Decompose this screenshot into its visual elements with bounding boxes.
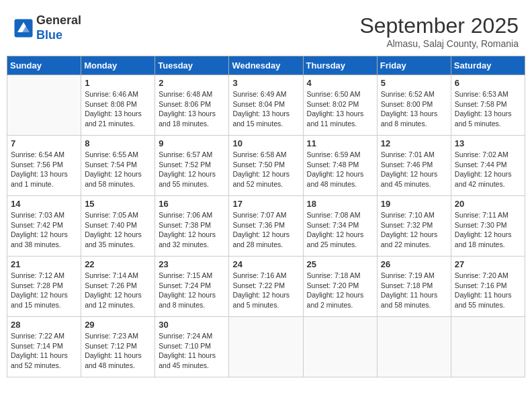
day-number: 19: [381, 199, 447, 209]
calendar-cell: 16Sunrise: 7:06 AM Sunset: 7:38 PM Dayli…: [155, 196, 229, 257]
day-number: 16: [159, 199, 225, 209]
day-info: Sunrise: 7:01 AM Sunset: 7:46 PM Dayligh…: [381, 150, 447, 189]
title-area: September 2025 Almasu, Salaj County, Rom…: [359, 13, 519, 49]
calendar-cell: 14Sunrise: 7:03 AM Sunset: 7:42 PM Dayli…: [7, 196, 81, 257]
calendar-cell: 3Sunrise: 6:49 AM Sunset: 8:04 PM Daylig…: [229, 75, 303, 136]
calendar-cell: 29Sunrise: 7:23 AM Sunset: 7:12 PM Dayli…: [81, 317, 155, 377]
day-number: 20: [455, 199, 521, 209]
day-info: Sunrise: 7:12 AM Sunset: 7:28 PM Dayligh…: [11, 271, 77, 310]
day-number: 29: [85, 320, 151, 330]
day-info: Sunrise: 6:58 AM Sunset: 7:50 PM Dayligh…: [232, 150, 299, 189]
day-number: 6: [455, 78, 521, 88]
calendar-cell: 8Sunrise: 6:55 AM Sunset: 7:54 PM Daylig…: [81, 136, 155, 196]
calendar-cell: 18Sunrise: 7:08 AM Sunset: 7:34 PM Dayli…: [303, 196, 377, 257]
day-number: 7: [11, 138, 77, 148]
calendar-header-wednesday: Wednesday: [229, 56, 303, 75]
day-info: Sunrise: 6:49 AM Sunset: 8:04 PM Dayligh…: [232, 89, 299, 129]
calendar-cell: 6Sunrise: 6:53 AM Sunset: 7:58 PM Daylig…: [451, 75, 525, 136]
day-number: 10: [232, 138, 299, 148]
day-number: 30: [159, 320, 225, 330]
calendar-cell: 26Sunrise: 7:19 AM Sunset: 7:18 PM Dayli…: [377, 257, 451, 317]
calendar-header-sunday: Sunday: [7, 56, 81, 75]
calendar-week-row: 28Sunrise: 7:22 AM Sunset: 7:14 PM Dayli…: [7, 317, 525, 377]
day-info: Sunrise: 7:06 AM Sunset: 7:38 PM Dayligh…: [159, 210, 225, 250]
day-number: 28: [11, 320, 77, 330]
calendar-header-thursday: Thursday: [303, 56, 377, 75]
day-number: 12: [381, 138, 447, 148]
day-info: Sunrise: 6:54 AM Sunset: 7:56 PM Dayligh…: [11, 150, 77, 189]
calendar-cell: 2Sunrise: 6:48 AM Sunset: 8:06 PM Daylig…: [155, 75, 229, 136]
day-info: Sunrise: 7:16 AM Sunset: 7:22 PM Dayligh…: [232, 271, 299, 310]
day-number: 9: [159, 138, 225, 148]
logo-icon: [13, 18, 34, 38]
day-number: 11: [307, 138, 373, 148]
calendar-week-row: 1Sunrise: 6:46 AM Sunset: 8:08 PM Daylig…: [7, 75, 525, 136]
month-title: September 2025: [359, 13, 519, 38]
calendar-cell: 9Sunrise: 6:57 AM Sunset: 7:52 PM Daylig…: [155, 136, 229, 196]
day-number: 22: [85, 259, 151, 269]
calendar-cell: 27Sunrise: 7:20 AM Sunset: 7:16 PM Dayli…: [451, 257, 525, 317]
day-info: Sunrise: 7:05 AM Sunset: 7:40 PM Dayligh…: [85, 210, 151, 250]
logo-text: General Blue: [36, 13, 81, 42]
day-info: Sunrise: 7:14 AM Sunset: 7:26 PM Dayligh…: [85, 271, 151, 310]
calendar-cell: [451, 317, 525, 377]
calendar-cell: 17Sunrise: 7:07 AM Sunset: 7:36 PM Dayli…: [229, 196, 303, 257]
day-info: Sunrise: 7:18 AM Sunset: 7:20 PM Dayligh…: [307, 271, 373, 310]
day-number: 27: [455, 259, 521, 269]
calendar-header-saturday: Saturday: [451, 56, 525, 75]
calendar-table: SundayMondayTuesdayWednesdayThursdayFrid…: [7, 56, 525, 377]
calendar-cell: 24Sunrise: 7:16 AM Sunset: 7:22 PM Dayli…: [229, 257, 303, 317]
day-number: 14: [11, 199, 77, 209]
day-info: Sunrise: 6:57 AM Sunset: 7:52 PM Dayligh…: [159, 150, 225, 189]
calendar-cell: 25Sunrise: 7:18 AM Sunset: 7:20 PM Dayli…: [303, 257, 377, 317]
calendar-week-row: 21Sunrise: 7:12 AM Sunset: 7:28 PM Dayli…: [7, 257, 525, 317]
calendar-cell: [229, 317, 303, 377]
location: Almasu, Salaj County, Romania: [359, 38, 519, 49]
calendar-cell: [303, 317, 377, 377]
day-info: Sunrise: 6:59 AM Sunset: 7:48 PM Dayligh…: [307, 150, 373, 189]
day-info: Sunrise: 7:08 AM Sunset: 7:34 PM Dayligh…: [307, 210, 373, 250]
calendar-cell: 7Sunrise: 6:54 AM Sunset: 7:56 PM Daylig…: [7, 136, 81, 196]
day-info: Sunrise: 6:53 AM Sunset: 7:58 PM Dayligh…: [455, 89, 521, 129]
calendar-cell: 4Sunrise: 6:50 AM Sunset: 8:02 PM Daylig…: [303, 75, 377, 136]
day-number: 21: [11, 259, 77, 269]
day-number: 18: [307, 199, 373, 209]
day-number: 1: [85, 78, 151, 88]
calendar-cell: 13Sunrise: 7:02 AM Sunset: 7:44 PM Dayli…: [451, 136, 525, 196]
calendar-cell: 19Sunrise: 7:10 AM Sunset: 7:32 PM Dayli…: [377, 196, 451, 257]
day-number: 23: [159, 259, 225, 269]
day-number: 24: [232, 259, 299, 269]
day-info: Sunrise: 7:22 AM Sunset: 7:14 PM Dayligh…: [11, 331, 77, 371]
calendar-week-row: 7Sunrise: 6:54 AM Sunset: 7:56 PM Daylig…: [7, 136, 525, 196]
calendar-cell: 1Sunrise: 6:46 AM Sunset: 8:08 PM Daylig…: [81, 75, 155, 136]
day-number: 8: [85, 138, 151, 148]
calendar-cell: 12Sunrise: 7:01 AM Sunset: 7:46 PM Dayli…: [377, 136, 451, 196]
day-info: Sunrise: 7:11 AM Sunset: 7:30 PM Dayligh…: [455, 210, 521, 250]
day-number: 25: [307, 259, 373, 269]
day-number: 13: [455, 138, 521, 148]
calendar-cell: 22Sunrise: 7:14 AM Sunset: 7:26 PM Dayli…: [81, 257, 155, 317]
calendar-cell: 20Sunrise: 7:11 AM Sunset: 7:30 PM Dayli…: [451, 196, 525, 257]
day-info: Sunrise: 6:50 AM Sunset: 8:02 PM Dayligh…: [307, 89, 373, 129]
day-number: 2: [159, 78, 225, 88]
day-info: Sunrise: 6:55 AM Sunset: 7:54 PM Dayligh…: [85, 150, 151, 189]
calendar-header-monday: Monday: [81, 56, 155, 75]
calendar-week-row: 14Sunrise: 7:03 AM Sunset: 7:42 PM Dayli…: [7, 196, 525, 257]
day-number: 4: [307, 78, 373, 88]
day-info: Sunrise: 7:15 AM Sunset: 7:24 PM Dayligh…: [159, 271, 225, 310]
calendar-header-friday: Friday: [377, 56, 451, 75]
logo: General Blue: [13, 13, 81, 42]
day-info: Sunrise: 7:10 AM Sunset: 7:32 PM Dayligh…: [381, 210, 447, 250]
day-info: Sunrise: 7:20 AM Sunset: 7:16 PM Dayligh…: [455, 271, 521, 310]
calendar-cell: 15Sunrise: 7:05 AM Sunset: 7:40 PM Dayli…: [81, 196, 155, 257]
calendar-header-row: SundayMondayTuesdayWednesdayThursdayFrid…: [7, 56, 525, 75]
calendar-cell: 23Sunrise: 7:15 AM Sunset: 7:24 PM Dayli…: [155, 257, 229, 317]
day-info: Sunrise: 7:19 AM Sunset: 7:18 PM Dayligh…: [381, 271, 447, 310]
day-info: Sunrise: 7:24 AM Sunset: 7:10 PM Dayligh…: [159, 331, 225, 371]
calendar-cell: 30Sunrise: 7:24 AM Sunset: 7:10 PM Dayli…: [155, 317, 229, 377]
day-info: Sunrise: 7:23 AM Sunset: 7:12 PM Dayligh…: [85, 331, 151, 371]
day-info: Sunrise: 7:02 AM Sunset: 7:44 PM Dayligh…: [455, 150, 521, 189]
calendar-cell: 21Sunrise: 7:12 AM Sunset: 7:28 PM Dayli…: [7, 257, 81, 317]
calendar-cell: 11Sunrise: 6:59 AM Sunset: 7:48 PM Dayli…: [303, 136, 377, 196]
day-number: 5: [381, 78, 447, 88]
